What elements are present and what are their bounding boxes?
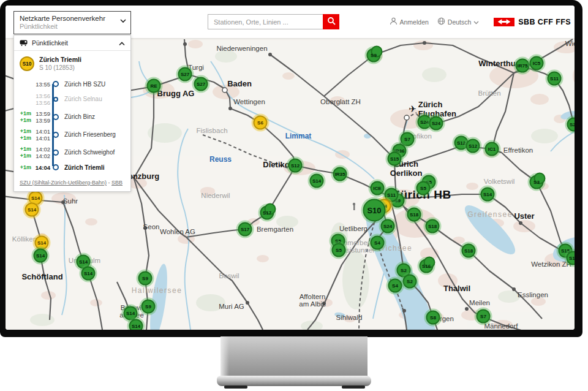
line-badge-s27[interactable]: S27 (178, 67, 192, 82)
line-badge-s11[interactable]: S11 (548, 72, 562, 86)
stop-time: 14:0114:01 (33, 128, 50, 142)
monitor-stand (221, 336, 368, 377)
footer-link-sbb[interactable]: SBB (111, 180, 123, 186)
stop-row: +1m+1m14:0114:01Zürich Friesenberg (14, 126, 130, 143)
login-label: Anmelden (400, 18, 429, 26)
stop-delay: +1m+1m (19, 128, 31, 142)
line-badge-s14[interactable]: S14 (310, 174, 324, 188)
map-label-baden: Baden (227, 79, 252, 88)
map-label-z-rich-flughafen: ✈ZürichFlughafen (409, 100, 456, 118)
line-badge-s8[interactable]: S8 (426, 311, 440, 325)
line-badge-s14[interactable]: S14 (35, 236, 49, 250)
map-label-affoltern-am-albis: Affolternam Albis (299, 293, 325, 308)
line-badge-s14[interactable]: S14 (124, 306, 138, 321)
stop-delay: +1m+1m (19, 146, 31, 159)
line-badge-ir35[interactable]: IR35 (333, 167, 347, 181)
map-label-meilen: Meilen (469, 299, 490, 306)
line-badge-s14[interactable]: S14 (81, 267, 96, 281)
line-badge-s10[interactable]: S10 (363, 199, 386, 222)
map-label-niederwil: Niederwil (201, 192, 230, 199)
line-badge-s5[interactable]: S5 (417, 181, 431, 196)
map-label-hallwilersee: Hallwilersee (132, 286, 183, 295)
stop-name: Zürich HB SZU (61, 81, 130, 88)
line-badge-s12[interactable]: S12 (466, 139, 480, 153)
footer-link-szu-sihltal-z-rich-uetliberg-bahn[interactable]: SZU (Sihltal-Zürich-Uetliberg-Bahn) (20, 180, 107, 186)
stop-time: 14:0214:02 (33, 146, 50, 159)
map-label-bremgarten: Bremgarten (257, 226, 293, 233)
map-label-muri-ag: Muri AG (219, 303, 244, 310)
login-button[interactable]: Anmelden (390, 17, 429, 26)
line-badge-s18[interactable]: S18 (407, 208, 421, 222)
line-badge-s24[interactable]: S24 (429, 116, 443, 131)
stop-name: Zürich Triemli (61, 164, 130, 171)
line-badge-s5[interactable]: S5 (332, 243, 346, 257)
stop-row: 13:55Zürich HB SZU (14, 78, 130, 90)
line-badge-ir75[interactable]: IR75 (516, 59, 530, 73)
line-badge-s18[interactable]: S18 (462, 244, 476, 258)
map-label-reuss: Reuss (209, 155, 232, 164)
map-label-uetliberg: Uetliberg (339, 225, 368, 232)
line-badge-s24[interactable]: S24 (381, 219, 395, 233)
stop-time: 14:04 (33, 164, 50, 171)
line-badge-s9[interactable]: S9 (141, 300, 156, 314)
line-badge-s16[interactable]: S16 (420, 259, 434, 273)
map-label-limmat: Limmat (285, 132, 312, 140)
chevron-up-icon (119, 37, 125, 48)
chevron-down-icon (473, 18, 479, 26)
line-badge-re[interactable]: RE (147, 79, 161, 93)
stop-node-icon (52, 97, 59, 102)
stop-row: +1m+1m13:5913:59Zürich Binz (14, 108, 130, 126)
line-badge-s4[interactable]: S4 (388, 279, 402, 293)
line-badge-s17[interactable]: S17 (260, 206, 274, 220)
search-icon (327, 17, 336, 27)
map-label-wohlen-ag: Wohlen AG (160, 228, 195, 235)
airplane-icon: ✈ (409, 104, 417, 115)
map-label-br-tten: Brütten (478, 89, 500, 97)
line-badge-s14[interactable]: S14 (481, 188, 495, 202)
search-input[interactable] (208, 14, 323, 29)
layer-dropdown[interactable]: Netzkarte Personenverkehr Pünktlichkeit (13, 11, 131, 34)
sbb-logo-text: SBB CFF FFS (518, 18, 571, 26)
line-badge-ic5[interactable]: IC5 (530, 56, 544, 70)
stop-node-icon (52, 132, 59, 138)
line-badge-s27[interactable]: S27 (194, 77, 208, 91)
line-badge-s14[interactable]: S14 (129, 319, 143, 330)
globe-icon (437, 17, 445, 26)
line-badge-ice[interactable]: ICE (371, 181, 385, 196)
sbb-logo: SBB CFF FFS (494, 18, 571, 26)
map-label-k-lliken: Kölliken (12, 235, 37, 243)
line-badge-s14[interactable]: S14 (34, 249, 48, 263)
line-badge-s15[interactable]: S15 (388, 152, 402, 166)
screen: NiederweningenTurgiBrugg AGBadenWettinge… (6, 6, 575, 330)
line-badge-s12[interactable]: S12 (288, 159, 303, 173)
line-badge-ic1[interactable]: IC1 (485, 142, 499, 156)
line-badge-s2[interactable]: S2 (403, 275, 417, 289)
stop-node-icon (52, 164, 59, 170)
stop-node-icon (52, 81, 59, 87)
stop-name: Zürich Selnau (61, 96, 130, 102)
line-badge-s6[interactable]: S6 (254, 116, 268, 130)
user-icon (390, 17, 398, 26)
line-badge-s7[interactable]: S7 (477, 309, 491, 324)
line-badge-s9[interactable]: S9 (138, 271, 153, 286)
line-badge-s17[interactable]: S17 (238, 222, 252, 237)
language-selector[interactable]: Deutsch (437, 17, 480, 26)
language-label: Deutsch (448, 18, 472, 26)
map-label-fislisbach: Fislisbach (196, 127, 227, 134)
line-badge-s3[interactable]: S3 (530, 175, 544, 189)
line-badge-s18[interactable]: S18 (426, 219, 440, 233)
line-badge-s26[interactable]: S26 (567, 118, 575, 132)
map-label-oberglatt-zh: Oberglatt ZH (320, 98, 361, 105)
line-badge-s14[interactable]: S14 (25, 203, 39, 217)
map-label-seon: Seon (143, 223, 160, 230)
map-label-uster: Uster (514, 211, 534, 221)
search-button[interactable] (323, 14, 339, 29)
dropdown-title: Netzkarte Personenverkehr (20, 14, 116, 23)
stop-list: 13:55Zürich HB SZU13:5613:56Zürich Selna… (14, 74, 130, 175)
line-badge-s4[interactable]: S4 (371, 236, 385, 250)
line-badge-s9[interactable]: S9 (367, 48, 381, 63)
panel-header-toggle[interactable]: Pünktlichkeit (14, 36, 130, 51)
map-label-wiesendangen: Wiesendangen (565, 40, 575, 47)
map-label-volketswil: Volketswil (484, 178, 515, 185)
panel-title: Pünktlichkeit (32, 39, 115, 47)
